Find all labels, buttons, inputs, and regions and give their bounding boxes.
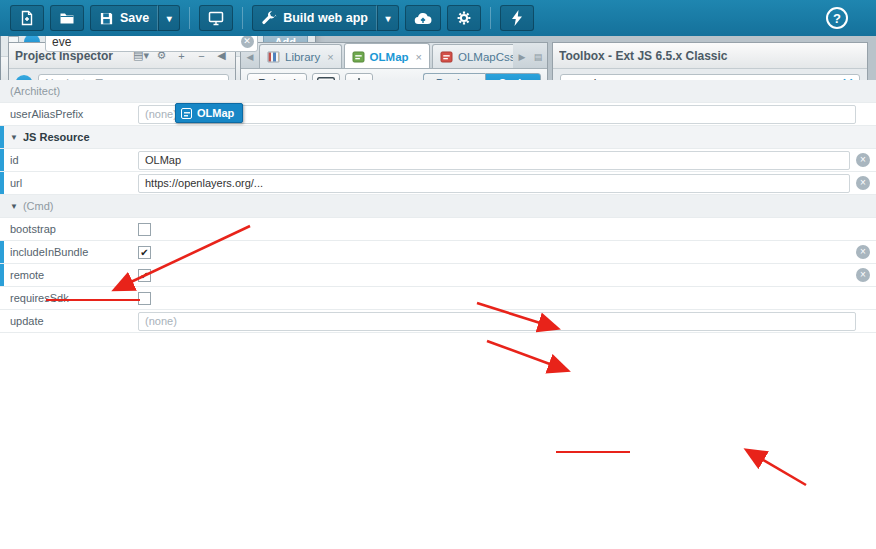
checkbox-unchecked[interactable] (138, 223, 151, 236)
config-key-label: url (10, 177, 138, 189)
preview-button[interactable] (199, 5, 233, 31)
config-key-label: userAliasPrefix (10, 108, 138, 120)
config-key-label: id (10, 154, 138, 166)
config-value[interactable]: https://openlayers.org/... (138, 174, 850, 193)
modified-indicator (0, 241, 4, 263)
config-row-bootstrap[interactable]: bootstrap (0, 218, 876, 241)
sencha-architect-window: Save ▾ Build web app ▾ ? (0, 0, 876, 549)
gear-icon (456, 10, 472, 26)
cloud-upload-icon (414, 11, 432, 25)
editor-tabs: Library×OLMap×OLMapCss× (259, 43, 513, 68)
config-row-remote[interactable]: remote✔× (0, 264, 876, 287)
quick-run-button[interactable] (500, 5, 534, 31)
help-label: ? (833, 11, 841, 26)
tab-label: OLMapCss (458, 51, 513, 63)
checkbox-unchecked[interactable] (138, 292, 151, 305)
caret-down-icon: ▾ (167, 13, 172, 24)
clear-value-icon[interactable]: × (856, 268, 870, 282)
collapse-arrow-icon[interactable]: ▼ (10, 202, 18, 211)
modified-indicator (0, 264, 4, 286)
save-menu-caret[interactable]: ▾ (158, 5, 180, 31)
config-row-architect[interactable]: (Architect) (0, 80, 876, 103)
modified-indicator (0, 172, 4, 194)
config-group-label: (Architect) (10, 85, 60, 97)
deploy-button[interactable] (405, 5, 441, 31)
open-folder-icon (59, 10, 75, 26)
toolbox-title: Toolbox - Ext JS 6.5.x Classic (559, 49, 861, 63)
editor-tab-olmap[interactable]: OLMap× (344, 43, 430, 68)
new-project-button[interactable] (10, 5, 44, 31)
checkbox-checked[interactable]: ✔ (138, 246, 151, 259)
close-tab-icon[interactable]: × (327, 51, 333, 63)
drag-badge: OLMap (175, 103, 243, 123)
save-split-button: Save ▾ (90, 5, 180, 31)
editor-tab-olmapcss[interactable]: OLMapCss× (432, 44, 513, 68)
build-split-button: Build web app ▾ (252, 5, 399, 31)
save-label: Save (120, 11, 149, 25)
clear-value-icon[interactable]: × (856, 245, 870, 259)
config-rows: (Architect)userAliasPrefix(none)▼JS Reso… (0, 80, 876, 549)
open-project-button[interactable] (50, 5, 84, 31)
config-group-label: (Cmd) (23, 200, 54, 212)
config-row-cmd[interactable]: ▼(Cmd) (0, 195, 876, 218)
collapse-arrow-icon[interactable]: ▼ (10, 133, 18, 142)
modified-indicator (0, 126, 4, 148)
save-button[interactable]: Save (90, 5, 158, 31)
config-value[interactable]: (none) (138, 312, 856, 331)
main-toolbar: Save ▾ Build web app ▾ ? (0, 0, 876, 36)
config-key-label: update (10, 315, 138, 327)
build-menu-caret[interactable]: ▾ (377, 5, 399, 31)
config-group-label: JS Resource (23, 131, 90, 143)
config-row-jsresource[interactable]: ▼JS Resource (0, 126, 876, 149)
clear-value-icon[interactable]: × (856, 153, 870, 167)
config-value[interactable]: OLMap (138, 151, 850, 170)
toolbar-separator (490, 7, 491, 29)
tab-list-icon[interactable]: ▤ (531, 46, 545, 68)
editor-tab-library[interactable]: Library× (259, 44, 342, 68)
checkbox-checked[interactable]: ✔ (138, 269, 151, 282)
caret-down-icon: ▾ (385, 13, 390, 24)
close-tab-icon[interactable]: × (416, 51, 422, 63)
tab-label: Library (285, 51, 320, 63)
config-row-url[interactable]: urlhttps://openlayers.org/...× (0, 172, 876, 195)
lib-icon (268, 51, 280, 62)
config-key-label: requiresSdk (10, 292, 138, 304)
config-key-label: remote (10, 269, 138, 281)
modified-indicator (0, 149, 4, 171)
lightning-bolt-icon (511, 10, 523, 26)
tab-label: OLMap (370, 51, 409, 63)
css-icon (441, 51, 453, 62)
config-row-update[interactable]: update(none) (0, 310, 876, 333)
config-row-useraliasprefix[interactable]: userAliasPrefix(none) (0, 103, 876, 126)
config-key-label: includeInBundle (10, 246, 138, 258)
monitor-icon (208, 10, 224, 26)
wrench-icon (261, 10, 277, 26)
config-row-requiressdk[interactable]: requiresSdk (0, 287, 876, 310)
config-row-id[interactable]: idOLMap× (0, 149, 876, 172)
settings-button[interactable] (447, 5, 481, 31)
build-web-app-button[interactable]: Build web app (252, 5, 377, 31)
build-label: Build web app (283, 11, 368, 25)
editor-tab-strip: ◀ Library×OLMap×OLMapCss× ▶ ▤ (241, 43, 547, 69)
toolbox-header: Toolbox - Ext JS 6.5.x Classic (553, 43, 867, 69)
tab-scroll-right-icon[interactable]: ▶ (515, 46, 529, 68)
js-resource-icon (181, 108, 192, 119)
clear-filter-icon[interactable]: ✕ (241, 35, 254, 48)
save-icon (99, 11, 114, 26)
config-value[interactable]: (none) (138, 105, 856, 124)
toolbar-separator (242, 7, 243, 29)
clear-value-icon[interactable]: × (856, 176, 870, 190)
js-icon (352, 51, 364, 62)
config-key-label: bootstrap (10, 223, 138, 235)
help-button[interactable]: ? (826, 7, 848, 29)
drag-badge-label: OLMap (197, 107, 234, 119)
config-row-includeinbundle[interactable]: includeInBundle✔× (0, 241, 876, 264)
toolbar-separator (189, 7, 190, 29)
new-file-icon (19, 10, 35, 26)
